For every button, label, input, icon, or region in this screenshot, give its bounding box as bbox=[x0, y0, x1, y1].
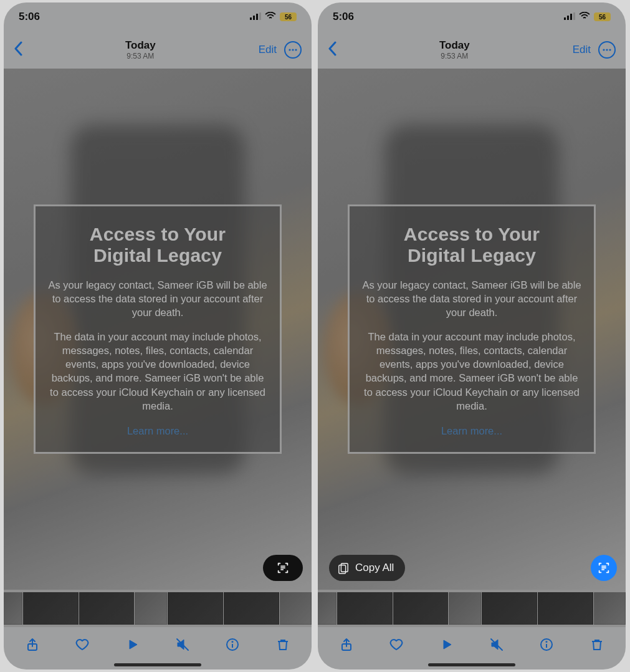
learn-more-link[interactable]: Learn more... bbox=[127, 425, 188, 437]
copy-all-button[interactable]: Copy All bbox=[329, 555, 405, 581]
status-time: 5:06 bbox=[333, 11, 354, 23]
svg-rect-1 bbox=[253, 16, 255, 20]
wifi-icon bbox=[579, 11, 590, 23]
svg-rect-2 bbox=[256, 14, 258, 20]
svg-point-4 bbox=[289, 49, 290, 50]
legacy-para-2: The data in your account may include pho… bbox=[48, 330, 267, 413]
legacy-para-1: As your legacy contact, Sameer iGB will … bbox=[362, 278, 581, 320]
legacy-para-2: The data in your account may include pho… bbox=[362, 330, 581, 413]
thumbnail[interactable] bbox=[594, 592, 626, 625]
battery-badge: 56 bbox=[594, 12, 611, 21]
phone-left: 5:06 56 Today 9:53 AM Edit Access to You… bbox=[4, 2, 312, 670]
wifi-icon bbox=[265, 11, 276, 23]
mute-button[interactable] bbox=[483, 631, 510, 658]
nav-title: Today 9:53 AM bbox=[27, 39, 254, 60]
legacy-dialog: Access to Your Digital Legacy As your le… bbox=[34, 204, 282, 454]
live-text-button-active[interactable] bbox=[591, 555, 617, 581]
thumbnail-strip[interactable] bbox=[4, 590, 312, 627]
svg-point-5 bbox=[292, 49, 294, 50]
live-text-button[interactable] bbox=[263, 555, 303, 581]
legacy-title: Access to Your Digital Legacy bbox=[48, 224, 267, 267]
bottom-toolbar bbox=[318, 627, 626, 662]
svg-point-21 bbox=[609, 49, 611, 50]
thumbnail[interactable] bbox=[280, 592, 312, 625]
svg-rect-0 bbox=[250, 17, 252, 20]
svg-point-6 bbox=[295, 49, 297, 50]
mute-button[interactable] bbox=[169, 631, 196, 658]
thumbnail[interactable] bbox=[449, 592, 480, 625]
status-bar: 5:06 56 bbox=[4, 2, 312, 31]
thumbnail-strip[interactable] bbox=[318, 590, 626, 627]
back-button[interactable] bbox=[328, 41, 336, 59]
more-button[interactable] bbox=[284, 41, 302, 59]
share-button[interactable] bbox=[19, 631, 46, 658]
nav-bar: Today 9:53 AM Edit bbox=[318, 31, 626, 69]
svg-rect-16 bbox=[567, 16, 569, 20]
status-bar: 5:06 56 bbox=[318, 2, 626, 31]
thumbnail[interactable] bbox=[79, 592, 135, 625]
thumbnail-current[interactable] bbox=[482, 592, 537, 625]
nav-bar: Today 9:53 AM Edit bbox=[4, 31, 312, 69]
nav-title: Today 9:53 AM bbox=[341, 39, 568, 60]
thumbnail-current[interactable] bbox=[168, 592, 223, 625]
photo-viewer[interactable]: Access to Your Digital Legacy As your le… bbox=[4, 69, 312, 590]
svg-point-19 bbox=[603, 49, 604, 50]
svg-point-20 bbox=[606, 49, 608, 50]
thumbnail[interactable] bbox=[318, 592, 336, 625]
svg-rect-18 bbox=[573, 12, 575, 20]
svg-point-14 bbox=[232, 641, 233, 642]
cellular-icon bbox=[564, 11, 575, 23]
battery-badge: 56 bbox=[280, 12, 297, 21]
thumbnail[interactable] bbox=[224, 592, 279, 625]
legacy-title: Access to Your Digital Legacy bbox=[362, 224, 581, 267]
delete-button[interactable] bbox=[269, 631, 297, 658]
cellular-icon bbox=[250, 11, 261, 23]
bottom-toolbar bbox=[4, 627, 312, 662]
copy-all-label: Copy All bbox=[355, 562, 394, 574]
home-indicator[interactable] bbox=[428, 663, 515, 666]
thumbnail[interactable] bbox=[538, 592, 593, 625]
back-button[interactable] bbox=[14, 41, 22, 59]
legacy-dialog: Access to Your Digital Legacy As your le… bbox=[348, 204, 596, 454]
nav-title-day: Today bbox=[27, 39, 254, 52]
edit-button[interactable]: Edit bbox=[259, 44, 277, 56]
photo-viewer[interactable]: Access to Your Digital Legacy As your le… bbox=[318, 69, 626, 590]
nav-title-day: Today bbox=[341, 39, 568, 52]
svg-point-31 bbox=[546, 641, 547, 642]
play-button[interactable] bbox=[119, 631, 146, 658]
learn-more-link[interactable]: Learn more... bbox=[441, 425, 502, 437]
delete-button[interactable] bbox=[583, 631, 611, 658]
thumbnail[interactable] bbox=[23, 592, 79, 625]
svg-rect-3 bbox=[259, 12, 261, 20]
info-button[interactable] bbox=[533, 631, 560, 658]
edit-button[interactable]: Edit bbox=[573, 44, 591, 56]
nav-title-time: 9:53 AM bbox=[341, 52, 568, 60]
favorite-button[interactable] bbox=[69, 631, 96, 658]
thumbnail[interactable] bbox=[4, 592, 22, 625]
thumbnail[interactable] bbox=[135, 592, 166, 625]
favorite-button[interactable] bbox=[383, 631, 410, 658]
info-button[interactable] bbox=[219, 631, 246, 658]
home-indicator[interactable] bbox=[114, 663, 201, 666]
play-button[interactable] bbox=[433, 631, 461, 658]
share-button[interactable] bbox=[333, 631, 360, 658]
status-time: 5:06 bbox=[19, 11, 40, 23]
nav-title-time: 9:53 AM bbox=[27, 52, 254, 60]
svg-rect-17 bbox=[570, 14, 572, 20]
more-button[interactable] bbox=[598, 41, 616, 59]
svg-rect-15 bbox=[564, 17, 566, 20]
legacy-para-1: As your legacy contact, Sameer iGB will … bbox=[48, 278, 267, 320]
thumbnail[interactable] bbox=[337, 592, 393, 625]
thumbnail[interactable] bbox=[393, 592, 449, 625]
phone-right: 5:06 56 Today 9:53 AM Edit Access to You… bbox=[318, 2, 626, 670]
